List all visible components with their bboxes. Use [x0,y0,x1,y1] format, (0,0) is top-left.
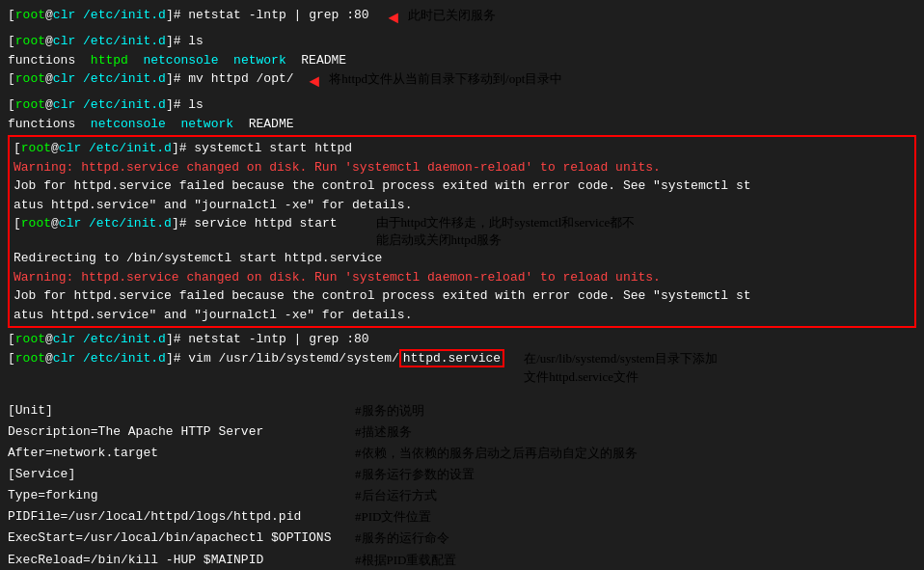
line-jobfail1: Job for httpd.service failed because the… [14,176,910,214]
service-file: [Unit] #服务的说明 Description=The Apache HTT… [8,400,916,570]
cmd-vim: vim /usr/lib/systemd/system/httpd.servic… [181,349,505,368]
sf-unit: [Unit] #服务的说明 [8,400,916,421]
line-jobfail2: Job for httpd.service failed because the… [14,286,910,324]
line-warning2: Warning: httpd.service changed on disk. … [14,268,910,287]
sf-key-execreload: ExecReload=/bin/kill -HUP $MAINPID [8,550,355,570]
prompt: [root@clr /etc/init.d]# [8,330,181,349]
sf-key-desc: Description=The Apache HTTP Server [8,421,355,443]
sf-comment-desc: #描述服务 [355,421,412,443]
sf-key-unit: [Unit] [8,400,355,421]
annotation-redbox: 由于httpd文件移走，此时systemctl和service都不 能启动或关闭… [376,214,636,249]
sf-key-type: Type=forking [8,485,355,506]
line-vim: [root@clr /etc/init.d]# vim /usr/lib/sys… [8,349,916,387]
line-warning1: Warning: httpd.service changed on disk. … [14,158,910,177]
redbox-section: [root@clr /etc/init.d]# systemctl start … [8,135,916,328]
sf-after: After=network.target #依赖，当依赖的服务启动之后再启动自定… [8,443,916,464]
terminal: [root@clr /etc/init.d]# netstat -lntp | … [0,0,924,570]
line-redirect: Redirecting to /bin/systemctl start http… [14,249,910,268]
line-ls1-output: functions httpd netconsole network READM… [8,51,916,70]
sf-service-header: [Service] #服务运行参数的设置 [8,464,916,485]
annotation-vim: 在/usr/lib/systemd/system目录下添加 文件httpd.se… [524,349,718,387]
cmd-ls2: ls [181,95,204,115]
prompt: [root@clr /etc/init.d]# [8,69,181,89]
sf-execreload: ExecReload=/bin/kill -HUP $MAINPID #根据PI… [8,550,916,570]
sf-comment-pidfile: #PID文件位置 [355,506,431,528]
prompt: [root@clr /etc/init.d]# [14,139,187,158]
annotation-closed: 此时已关闭服务 [408,6,496,25]
sf-execstart: ExecStart=/usr/local/bin/apachectl $OPTI… [8,528,916,549]
prompt: [root@clr /etc/init.d]# [8,6,181,25]
prompt: [root@clr /etc/init.d]# [14,214,187,233]
line-ls1: [root@clr /etc/init.d]# ls [8,32,916,51]
sf-key-execstart: ExecStart=/usr/local/bin/apachectl $OPTI… [8,528,355,549]
prompt: [root@clr /etc/init.d]# [8,349,181,368]
sf-key-service-header: [Service] [8,464,355,485]
sf-comment-execstart: #服务的运行命令 [355,528,449,549]
line-systemctl: [root@clr /etc/init.d]# systemctl start … [14,139,910,158]
httpd-service-boxed: httpd.service [399,349,504,367]
annotation-mv: 将httpd文件从当前目录下移动到/opt目录中 [329,69,562,89]
line-service: [root@clr /etc/init.d]# service httpd st… [14,214,910,249]
line-ls2: [root@clr /etc/init.d]# ls [8,95,916,115]
line-netstat2: [root@clr /etc/init.d]# netstat -lntp | … [8,330,916,349]
sf-key-after: After=network.target [8,443,355,464]
sf-comment-after: #依赖，当依赖的服务启动之后再启动自定义的服务 [355,443,638,464]
sf-key-pidfile: PIDFile=/usr/local/httpd/logs/httpd.pid [8,506,355,528]
sf-comment-unit: #服务的说明 [355,400,424,421]
sf-comment-type: #后台运行方式 [355,485,437,506]
prompt: [root@clr /etc/init.d]# [8,95,181,115]
sf-comment-execreload: #根据PID重载配置 [355,550,456,570]
cmd-mv: mv httpd /opt/ [181,69,294,89]
line-mv: [root@clr /etc/init.d]# mv httpd /opt/ ◄… [8,69,916,95]
cmd-systemctl: systemctl start httpd [187,139,353,158]
cmd-netstat: netstat -lntp | grep :80 [181,6,369,25]
line-netstat: [root@clr /etc/init.d]# netstat -lntp | … [8,6,916,32]
cmd-netstat2: netstat -lntp | grep :80 [181,330,369,349]
sf-type: Type=forking #后台运行方式 [8,485,916,506]
prompt: [root@clr /etc/init.d]# [8,32,181,51]
cmd-ls1: ls [181,32,204,51]
line-ls2-output: functions netconsole network README [8,115,916,134]
sf-pidfile: PIDFile=/usr/local/httpd/logs/httpd.pid … [8,506,916,528]
sf-desc: Description=The Apache HTTP Server #描述服务 [8,421,916,443]
cmd-service: service httpd start [187,214,338,233]
sf-comment-service-header: #服务运行参数的设置 [355,464,475,485]
blank [8,387,916,396]
